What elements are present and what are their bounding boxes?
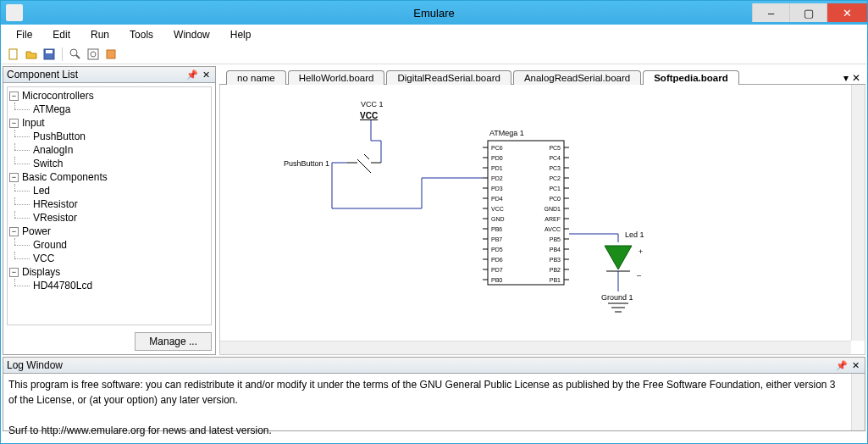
run-icon[interactable] bbox=[103, 47, 119, 62]
tree-category[interactable]: −Microcontrollers bbox=[9, 89, 209, 103]
log-body[interactable]: This program is free software: you can r… bbox=[3, 374, 865, 431]
chip-pin-right: AREF bbox=[545, 216, 561, 222]
tree-item[interactable]: HD44780Lcd bbox=[9, 279, 209, 292]
editor-area: no nameHelloWorld.boardDigitalReadSerial… bbox=[219, 66, 865, 355]
canvas-scrollbar-h[interactable] bbox=[220, 341, 851, 354]
tree-category-label: Microcontrollers bbox=[22, 90, 94, 102]
chip-pin-right: PC1 bbox=[549, 186, 561, 191]
component-list-header: Component List 📌 ✕ bbox=[3, 67, 215, 83]
tab[interactable]: Softpedia.board bbox=[643, 70, 739, 85]
svg-line-12 bbox=[364, 154, 369, 159]
menu-tools[interactable]: Tools bbox=[121, 26, 162, 43]
chip-pin-right: PC0 bbox=[549, 196, 561, 202]
chip-pin-right: GND1 bbox=[545, 206, 561, 212]
tree-item[interactable]: VCC bbox=[9, 252, 209, 265]
chip-pin-left: PB0 bbox=[491, 277, 502, 283]
save-icon[interactable] bbox=[41, 47, 57, 62]
vcc-label: VCC 1 bbox=[361, 100, 384, 108]
tree-category[interactable]: −Basic Components bbox=[9, 170, 209, 184]
pushbutton-label: PushButton 1 bbox=[284, 159, 329, 168]
toolbar bbox=[1, 45, 867, 64]
chip-pin-left: PD4 bbox=[491, 196, 503, 202]
chip-pin-right: PB5 bbox=[550, 236, 561, 242]
chip-pin-right: PB1 bbox=[550, 277, 561, 283]
svg-rect-5 bbox=[88, 49, 98, 59]
zoom-fit-icon[interactable] bbox=[86, 47, 101, 62]
component-tree[interactable]: −MicrocontrollersATMega−InputPushButtonA… bbox=[7, 86, 212, 325]
manage-button[interactable]: Manage ... bbox=[135, 332, 212, 351]
log-panel: Log Window 📌 ✕ This program is free soft… bbox=[3, 357, 865, 431]
tree-item[interactable]: Ground bbox=[9, 238, 209, 252]
expander-icon[interactable]: − bbox=[9, 227, 19, 236]
chip-pin-left: PD0 bbox=[491, 155, 503, 161]
tree-item[interactable]: VResistor bbox=[9, 211, 209, 225]
chip-pin-left: PB7 bbox=[491, 236, 502, 242]
canvas-scrollbar-v[interactable] bbox=[851, 85, 865, 341]
ground-label: Ground 1 bbox=[601, 293, 633, 302]
led-label: Led 1 bbox=[625, 230, 644, 239]
close-icon[interactable]: ✕ bbox=[849, 359, 861, 371]
chip-pins: PC6PD0PD1PD2PD3PD4VCCGNDPB6PB7PD5PD6PD7P… bbox=[483, 145, 569, 283]
tab[interactable]: HelloWorld.board bbox=[288, 70, 385, 85]
tree-category-label: Basic Components bbox=[22, 171, 108, 183]
component-list-panel: Component List 📌 ✕ −MicrocontrollersATMe… bbox=[3, 66, 216, 355]
tree-category-label: Input bbox=[22, 117, 45, 129]
tree-item[interactable]: Switch bbox=[9, 157, 209, 170]
log-title: Log Window bbox=[7, 359, 63, 371]
new-icon[interactable] bbox=[6, 47, 21, 62]
chip-pin-right: PC4 bbox=[549, 155, 561, 161]
close-icon[interactable]: ✕ bbox=[200, 69, 212, 80]
svg-point-3 bbox=[70, 49, 77, 56]
pin-icon[interactable]: 📌 bbox=[836, 359, 848, 371]
board-canvas[interactable]: VCC 1 VCC PushButton 1 ATMega 1 bbox=[219, 85, 865, 355]
tree-category-label: Power bbox=[22, 225, 51, 237]
menu-help[interactable]: Help bbox=[222, 26, 260, 43]
close-button[interactable]: ✕ bbox=[827, 3, 867, 22]
menu-run[interactable]: Run bbox=[82, 26, 118, 43]
tab-close-icon[interactable]: ✕ bbox=[852, 72, 860, 84]
window-title: Emulare bbox=[413, 7, 454, 19]
menu-edit[interactable]: Edit bbox=[44, 26, 79, 43]
menu-window[interactable]: Window bbox=[165, 26, 218, 43]
log-line bbox=[8, 408, 860, 423]
chip-pin-left: PD3 bbox=[491, 186, 503, 191]
tree-item[interactable]: PushButton bbox=[9, 130, 209, 143]
menu-file[interactable]: File bbox=[8, 26, 41, 43]
toolbar-separator bbox=[62, 47, 63, 61]
expander-icon[interactable]: − bbox=[9, 119, 19, 128]
menubar: File Edit Run Tools Window Help bbox=[1, 25, 867, 45]
tree-item[interactable]: Led bbox=[9, 184, 209, 197]
log-header: Log Window 📌 ✕ bbox=[3, 357, 865, 374]
tree-item[interactable]: AnalogIn bbox=[9, 143, 209, 157]
minimize-button[interactable]: – bbox=[752, 3, 789, 22]
open-icon[interactable] bbox=[24, 47, 39, 62]
svg-rect-7 bbox=[107, 50, 115, 58]
tree-item[interactable]: ATMega bbox=[9, 103, 209, 116]
expander-icon[interactable]: − bbox=[9, 92, 19, 101]
tab[interactable]: DigitalReadSerial.board bbox=[386, 70, 511, 85]
pin-icon[interactable]: 📌 bbox=[186, 69, 198, 80]
chip-pin-left: VCC bbox=[491, 206, 504, 212]
led-symbol bbox=[605, 246, 632, 269]
tree-category[interactable]: −Displays bbox=[9, 265, 209, 279]
search-icon[interactable] bbox=[68, 47, 83, 62]
log-line: Surf to http://www.emulare.org for news … bbox=[8, 423, 860, 438]
tab-dropdown-icon[interactable]: ▾ bbox=[843, 72, 849, 84]
chip-body bbox=[488, 141, 564, 285]
chip-pin-right: PC2 bbox=[549, 175, 561, 181]
log-scrollbar-v[interactable] bbox=[851, 374, 865, 430]
chip-pin-right: AVCC bbox=[545, 226, 561, 232]
chip-pin-left: GND bbox=[491, 216, 505, 222]
tree-category[interactable]: −Input bbox=[9, 116, 209, 130]
tab[interactable]: no name bbox=[226, 70, 286, 85]
chip-pin-left: PD2 bbox=[491, 175, 503, 181]
tree-category[interactable]: −Power bbox=[9, 225, 209, 238]
expander-icon[interactable]: − bbox=[9, 268, 19, 277]
chip-pin-left: PB6 bbox=[491, 226, 502, 232]
tab[interactable]: AnalogReadSerial.board bbox=[513, 70, 641, 85]
pushbutton-symbol bbox=[347, 154, 381, 173]
maximize-button[interactable]: ▢ bbox=[789, 3, 827, 22]
tree-item[interactable]: HResistor bbox=[9, 197, 209, 211]
expander-icon[interactable]: − bbox=[9, 173, 19, 182]
chip-pin-right: PB3 bbox=[550, 257, 561, 263]
